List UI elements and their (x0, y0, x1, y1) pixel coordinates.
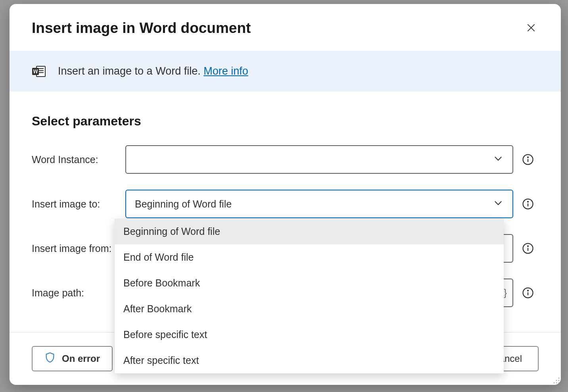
dropdown-option[interactable]: After specific text (115, 348, 504, 373)
word-instance-select[interactable] (125, 145, 513, 174)
param-label: Word Instance: (32, 154, 125, 165)
svg-point-23 (556, 382, 557, 384)
svg-point-19 (558, 378, 560, 379)
svg-point-20 (558, 380, 560, 381)
dropdown-option[interactable]: After Bookmark (115, 296, 504, 322)
info-button[interactable] (517, 154, 539, 165)
param-control (125, 145, 513, 174)
insert-image-to-dropdown: Beginning of Word fileEnd of Word fileBe… (115, 219, 504, 373)
dialog-header: Insert image in Word document (10, 4, 561, 51)
param-label: Insert image to: (32, 198, 125, 210)
info-button[interactable] (517, 242, 539, 254)
param-label: Insert image from: (32, 243, 125, 254)
shield-icon (44, 352, 56, 365)
dropdown-option[interactable]: End of Word file (115, 244, 504, 270)
banner-description: Insert an image to a Word file. (58, 65, 203, 77)
info-banner: Insert an image to a Word file. More inf… (10, 51, 561, 92)
param-row-word-instance: Word Instance: (32, 145, 539, 174)
more-info-link[interactable]: More info (203, 65, 248, 77)
info-button[interactable] (517, 287, 539, 299)
on-error-button[interactable]: On error (32, 346, 113, 371)
resize-grip[interactable] (553, 377, 560, 384)
svg-point-12 (528, 201, 528, 202)
param-control: Beginning of Word file (125, 190, 513, 218)
param-row-insert-image-to: Insert image to: Beginning of Word file (32, 190, 539, 218)
chevron-down-icon (493, 197, 504, 211)
close-icon (526, 23, 536, 34)
insert-image-to-select[interactable]: Beginning of Word file (125, 190, 513, 218)
dropdown-option[interactable]: Before Bookmark (115, 270, 504, 296)
dropdown-option[interactable]: Before specific text (115, 322, 504, 348)
svg-rect-6 (32, 68, 39, 75)
svg-point-9 (528, 157, 528, 158)
banner-text: Insert an image to a Word file. More inf… (58, 65, 248, 77)
section-title: Select parameters (32, 114, 539, 129)
dialog-title: Insert image in Word document (32, 20, 251, 37)
select-value: Beginning of Word file (135, 198, 232, 210)
info-button[interactable] (517, 198, 539, 210)
close-button[interactable] (524, 20, 539, 37)
word-icon (32, 65, 46, 77)
on-error-label: On error (62, 353, 100, 364)
svg-point-18 (528, 290, 528, 291)
svg-point-24 (554, 382, 555, 384)
dropdown-option[interactable]: Beginning of Word file (115, 219, 504, 244)
action-config-dialog: Insert image in Word document Insert an … (10, 4, 561, 385)
svg-point-22 (558, 382, 560, 384)
svg-point-15 (528, 246, 528, 246)
param-label: Image path: (32, 287, 125, 299)
chevron-down-icon (493, 153, 504, 166)
svg-point-21 (556, 380, 557, 381)
